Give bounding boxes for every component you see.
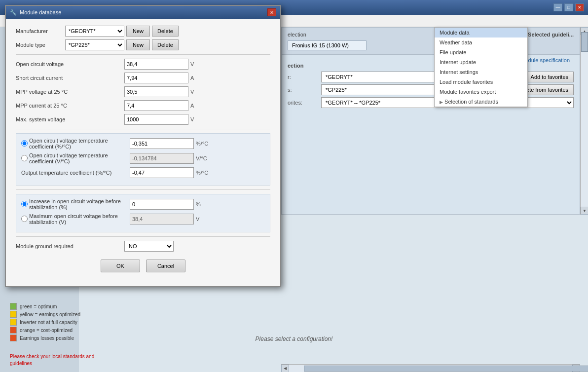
scroll-track	[289, 365, 572, 372]
ok-button[interactable]: OK	[101, 260, 140, 272]
dropdown-selection-standards[interactable]: ▶ Selection of standards	[435, 97, 527, 107]
mpp-current-input[interactable]	[124, 100, 188, 111]
mpp-current-row: MPP current at 25 °C A	[16, 100, 270, 111]
module-manufacturer-row: r: *GEORYT* Add to favorites	[288, 72, 574, 82]
legend-orange-label: orange = cost-optimized	[20, 328, 73, 333]
fronius-value: Fronius IG 15 (1300 W)	[288, 40, 367, 50]
open-circuit-voltage-label: Open circuit voltage	[16, 61, 124, 67]
module-type-label: Module type	[16, 42, 65, 48]
stabilization-radio2[interactable]	[21, 216, 28, 222]
legend-orange-2: Earnings losses possible	[10, 335, 118, 341]
temperature-section: Open circuit voltage temperature coeffic…	[16, 133, 270, 186]
modal-close-button[interactable]: ✕	[267, 8, 276, 16]
warning-text: Please check your local standards and gu…	[10, 353, 109, 367]
open-circuit-voltage-unit: V	[190, 61, 194, 67]
dropdown-load-module-fav[interactable]: Load module favorites	[435, 77, 527, 87]
divider-4	[16, 236, 270, 237]
modal-titlebar: 🔧 Module database ✕	[6, 6, 280, 19]
manufacturer-delete-button[interactable]: Delete	[152, 26, 179, 37]
maximize-button[interactable]: □	[564, 3, 573, 11]
dropdown-weather-data[interactable]: Weather data	[435, 37, 527, 47]
open-circuit-voltage-input[interactable]	[124, 59, 188, 70]
temp-coeff-radio1-row: Open circuit voltage temperature coeffic…	[21, 138, 265, 149]
temp-coeff-radio2-unit: V/°C	[196, 155, 207, 161]
stabilization-section: Increase in open circuit voltage before …	[16, 194, 270, 232]
dialog-footer: OK Cancel	[16, 255, 270, 279]
scroll-down-button[interactable]: ▼	[581, 207, 588, 215]
dropdown-file-update[interactable]: File update	[435, 47, 527, 57]
module-spec-link[interactable]: Module specification	[520, 57, 570, 63]
mpp-voltage-input[interactable]	[124, 86, 188, 97]
legend-yellow-label: yellow = earnings optimized	[20, 312, 80, 317]
temp-coeff-radio2-input[interactable]	[130, 153, 194, 164]
module-type-new-button[interactable]: New	[126, 39, 150, 50]
divider-3	[16, 189, 270, 190]
scroll-horizontal-thumb[interactable]	[304, 366, 588, 372]
dropdown-module-fav-export[interactable]: Module favorites export	[435, 87, 527, 97]
stab-radio1-row: Increase in open circuit voltage before …	[21, 198, 265, 210]
short-circuit-current-label: Short circuit current	[16, 75, 124, 81]
scroll-thumb[interactable]	[581, 32, 588, 52]
max-system-voltage-unit: V	[190, 116, 194, 122]
modal-title-text: Module database	[20, 9, 61, 15]
ground-required-select[interactable]: NO YES	[124, 241, 174, 252]
scroll-left-button[interactable]: ◀	[281, 365, 289, 372]
module-type-delete-button[interactable]: Delete	[152, 39, 179, 50]
temp-radio1-col	[21, 140, 29, 148]
stabilization-radio1[interactable]	[21, 201, 28, 207]
horizontal-scrollbar: ◀ ▶	[281, 364, 580, 372]
manufacturer-new-button[interactable]: New	[126, 26, 150, 37]
temp-coeff-radio1-input[interactable]	[130, 138, 194, 149]
legend-green: green = optimum	[10, 303, 118, 310]
cancel-button[interactable]: Cancel	[146, 260, 185, 272]
temp-radio2-col	[21, 155, 29, 162]
temp-coeff-radio2-row: Open circuit voltage temperature coeffic…	[21, 152, 265, 164]
stab-radio1-input[interactable]	[130, 199, 194, 210]
short-circuit-current-input[interactable]	[124, 73, 188, 83]
dropdown-internet-update[interactable]: Internet update	[435, 57, 527, 67]
inverter-section-title: election	[288, 32, 306, 37]
stab-radio2-label: Maximum open circuit voltage before stab…	[29, 213, 130, 225]
manufacturer-row: Manufacturer *GEORYT* New Delete	[16, 26, 270, 37]
max-system-voltage-label: Max. system voltage	[16, 116, 124, 122]
divider-1	[16, 54, 270, 55]
output-temp-coeff-row: Output temperature coefficient (%/°C) %/…	[21, 167, 265, 178]
modal-title-area: 🔧 Module database	[10, 9, 61, 16]
dropdown-module-data[interactable]: Module data	[435, 28, 527, 37]
mpp-current-label: MPP current at 25 °C	[16, 103, 124, 109]
temp-coeff-radio1-label: Open circuit voltage temperature coeffic…	[29, 138, 130, 149]
manufacturer-dropdown[interactable]: *GEORYT*	[65, 26, 124, 37]
ground-required-row: Module ground required NO YES	[16, 241, 270, 252]
favorites-row: orites: *GEORYT* -- *GP225*	[288, 97, 574, 108]
add-favorites-button[interactable]: Add to favorites	[525, 72, 574, 82]
output-temp-unit: %/°C	[196, 170, 208, 176]
modal-icon: 🔧	[10, 9, 17, 16]
legend-yellow-color	[10, 311, 17, 318]
output-temp-label: Output temperature coefficient (%/°C)	[21, 170, 130, 176]
legend-green-color	[10, 303, 17, 310]
ground-required-label: Module ground required	[16, 243, 124, 249]
stab-radio1-label: Increase in open circuit voltage before …	[29, 198, 130, 210]
max-system-voltage-input[interactable]	[124, 114, 188, 125]
stab-radio1-col	[21, 201, 29, 208]
temp-coeff-radio2[interactable]	[21, 155, 28, 161]
stab-radio2-row: Maximum open circuit voltage before stab…	[21, 213, 265, 225]
divider-2	[16, 129, 270, 129]
minimize-button[interactable]: —	[553, 3, 562, 11]
manufacturer-label: Manufacturer	[16, 28, 65, 34]
inverter-selection-panel: election Selected guideli... Fronius IG …	[282, 28, 580, 55]
stab-radio2-input[interactable]	[130, 214, 194, 224]
dropdown-internet-settings[interactable]: Internet settings	[435, 67, 527, 77]
modal-body: Manufacturer *GEORYT* New Delete Module …	[6, 19, 280, 286]
legend-yellow-2-label: Inverter not at full capacity	[20, 320, 77, 325]
mpp-current-unit: A	[190, 103, 194, 109]
short-circuit-current-row: Short circuit current A	[16, 73, 270, 83]
app-close-button[interactable]: ✕	[575, 3, 584, 11]
temp-coeff-radio1[interactable]	[21, 140, 28, 147]
module-type-dropdown[interactable]: *GP225*	[65, 39, 124, 50]
output-temp-input[interactable]	[130, 167, 194, 178]
module-section-title: ection	[288, 63, 574, 69]
favorites-row-label: orites:	[288, 100, 317, 106]
titlebar-controls: — □ ✕	[553, 3, 584, 11]
vertical-scrollbar: ▲ ▼	[580, 27, 588, 215]
